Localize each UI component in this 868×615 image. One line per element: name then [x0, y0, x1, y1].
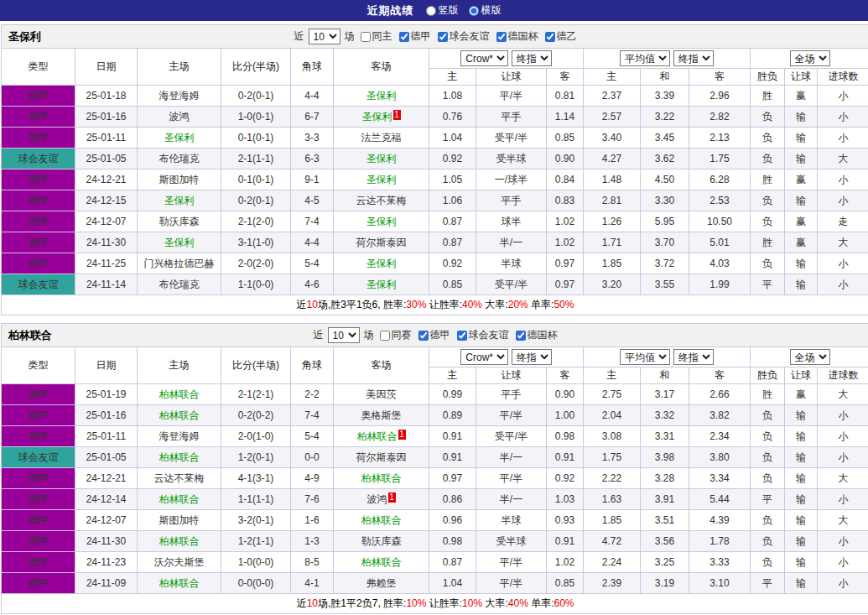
avg-source-select[interactable]: 平均值 [620, 50, 670, 66]
home-team-cell: 柏林联合 [138, 573, 221, 594]
recent-prefix-label: 近 [314, 328, 324, 342]
col-avg-home: 主 [584, 367, 641, 384]
avg-source-select[interactable]: 平均值 [620, 349, 670, 365]
league-filter-checkbox[interactable] [496, 32, 507, 42]
league-filter-label: 球会友谊 [469, 328, 509, 342]
layout-radio-option[interactable]: 竖版 [426, 3, 459, 18]
odds-time-select[interactable]: 终指 [512, 50, 552, 66]
crown-handicap: 受平/半 [476, 128, 547, 149]
result-cell: 负 [751, 510, 785, 531]
crown-home-odds: 0.87 [429, 211, 476, 232]
league-filter-checkbox[interactable] [545, 32, 555, 42]
matches-count-select[interactable]: 10 [309, 29, 340, 44]
league-filter[interactable]: 球会友谊 [438, 29, 490, 44]
corners-cell: 4-9 [291, 468, 334, 489]
match-row: 德甲24-12-07斯图加特3-2(0-1)1-6柏林联合0.96半球0.931… [2, 510, 868, 531]
team-title: 圣保利 [8, 29, 41, 44]
matches-count-select[interactable]: 10 [328, 327, 360, 343]
team-title: 柏林联合 [8, 328, 52, 343]
odds-time-select[interactable]: 终指 [512, 349, 552, 365]
handicap-result-cell: 赢 [785, 211, 818, 232]
team-name: 沃尔夫斯堡 [154, 556, 205, 568]
summary-segment: 大率: [482, 597, 508, 609]
match-row: 德甲25-01-11圣保利0-1(0-1)3-3法兰克福1.04受平/半0.85… [2, 128, 868, 149]
league-filter-checkbox[interactable] [380, 331, 390, 341]
avg-home-odds: 4.27 [584, 149, 641, 169]
league-filter-checkbox[interactable] [361, 32, 371, 42]
league-filter[interactable]: 德乙 [545, 29, 577, 44]
away-team-cell: 圣保利1 [334, 107, 429, 128]
summary-row: 近10场,胜1平2负7, 胜率:10% 让胜率:10% 大率:40% 单率:60… [2, 594, 868, 614]
recent-suffix-label: 场 [345, 29, 355, 44]
corners-cell: 3-3 [291, 128, 334, 149]
league-filter-checkbox[interactable] [399, 32, 409, 42]
col-home: 主场 [138, 49, 221, 86]
home-team-cell: 沃尔夫斯堡 [138, 552, 221, 573]
league-filter[interactable]: 德国杯 [516, 328, 558, 342]
goals-cell: 小 [818, 253, 868, 274]
score-cell: 3-2(0-1) [221, 510, 291, 531]
avg-odds-header: 平均值 终指 [584, 49, 751, 69]
league-filter-checkbox[interactable] [438, 32, 448, 42]
avg-time-select[interactable]: 终指 [673, 50, 714, 66]
league-filter[interactable]: 德甲 [399, 29, 431, 44]
handicap-result-cell: 赢 [785, 384, 818, 405]
avg-home-odds: 1.63 [584, 489, 641, 510]
avg-time-select[interactable]: 终指 [673, 349, 714, 365]
date-cell: 24-11-25 [75, 253, 138, 274]
summary-segment: 场,胜3平1负6, 胜率: [318, 299, 406, 310]
handicap-result-cell: 输 [785, 253, 818, 274]
layout-radio[interactable] [469, 6, 479, 16]
avg-away-odds: 3.34 [689, 468, 751, 489]
away-team-cell: 美因茨 [334, 384, 429, 405]
odds-source-select[interactable]: Crow* [460, 349, 508, 365]
date-cell: 24-12-21 [75, 468, 138, 489]
league-filter-checkbox[interactable] [516, 331, 526, 341]
league-filter[interactable]: 德国杯 [496, 29, 538, 44]
crown-home-odds: 0.91 [429, 447, 476, 468]
scope-select[interactable]: 全场 [790, 50, 830, 66]
goals-cell: 小 [818, 426, 868, 447]
col-odds-handicap: 让球 [476, 69, 547, 86]
result-cell: 胜 [751, 169, 785, 190]
league-filter[interactable]: 同赛 [380, 328, 412, 342]
result-cell: 负 [751, 128, 785, 149]
layout-radio-option[interactable]: 横版 [469, 3, 502, 18]
league-filter-checkbox[interactable] [457, 331, 467, 341]
scope-select[interactable]: 全场 [790, 349, 830, 365]
crown-handicap: 半/一 [476, 447, 547, 468]
avg-home-odds: 2.22 [584, 468, 641, 489]
team-name: 柏林联合 [361, 472, 402, 484]
summary-segment: 单率: [528, 597, 554, 609]
col-avg-draw: 和 [641, 69, 689, 86]
crown-away-odds: 0.90 [547, 384, 584, 405]
result-cell: 平 [751, 573, 785, 594]
col-away: 客场 [334, 49, 429, 86]
crown-home-odds: 1.08 [429, 86, 476, 107]
avg-away-odds: 5.01 [689, 232, 751, 253]
avg-home-odds: 1.26 [584, 211, 641, 232]
score-cell: 1-1(1-1) [221, 489, 291, 510]
league-filter[interactable]: 球会友谊 [457, 328, 509, 342]
avg-draw-odds: 3.98 [641, 447, 689, 468]
red-card-badge: 1 [393, 110, 401, 120]
avg-draw-odds: 3.51 [641, 510, 689, 531]
result-cell: 负 [751, 468, 785, 489]
avg-away-odds: 3.82 [689, 405, 751, 426]
goals-cell: 小 [818, 107, 868, 128]
league-filter-label: 同主 [372, 29, 392, 44]
league-filter[interactable]: 德甲 [418, 328, 450, 342]
home-team-cell: 斯图加特 [138, 510, 221, 531]
league-filter-checkbox[interactable] [418, 331, 429, 341]
odds-source-select[interactable]: Crow* [460, 50, 508, 66]
away-team-cell: 弗赖堡 [334, 573, 429, 594]
layout-radio[interactable] [426, 6, 436, 16]
league-filter[interactable]: 同主 [361, 29, 392, 44]
crown-handicap: 平/半 [476, 405, 547, 426]
summary-segment: 10% [406, 597, 426, 609]
match-row: 德甲25-01-19柏林联合2-1(2-1)2-2美因茨0.99平手0.902.… [2, 384, 868, 405]
match-row: 德甲24-11-09柏林联合0-0(0-0)4-1弗赖堡1.04平/半0.852… [2, 573, 868, 594]
col-home: 主场 [138, 347, 221, 384]
league-filter-label: 德国杯 [528, 328, 558, 342]
date-cell: 25-01-11 [75, 426, 138, 447]
